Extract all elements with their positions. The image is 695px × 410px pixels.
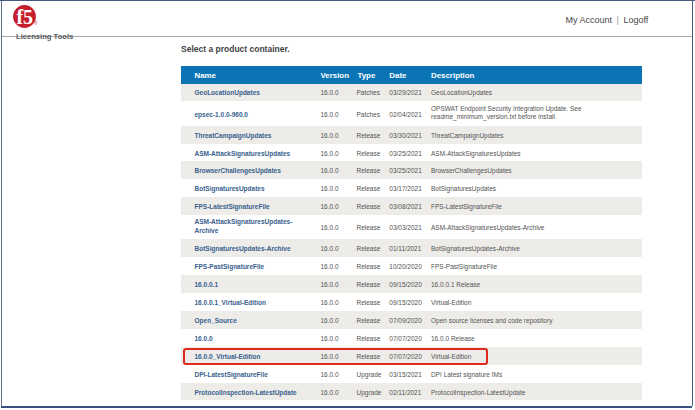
svg-text:f5: f5: [16, 6, 33, 28]
svg-text:®: ®: [34, 20, 38, 26]
